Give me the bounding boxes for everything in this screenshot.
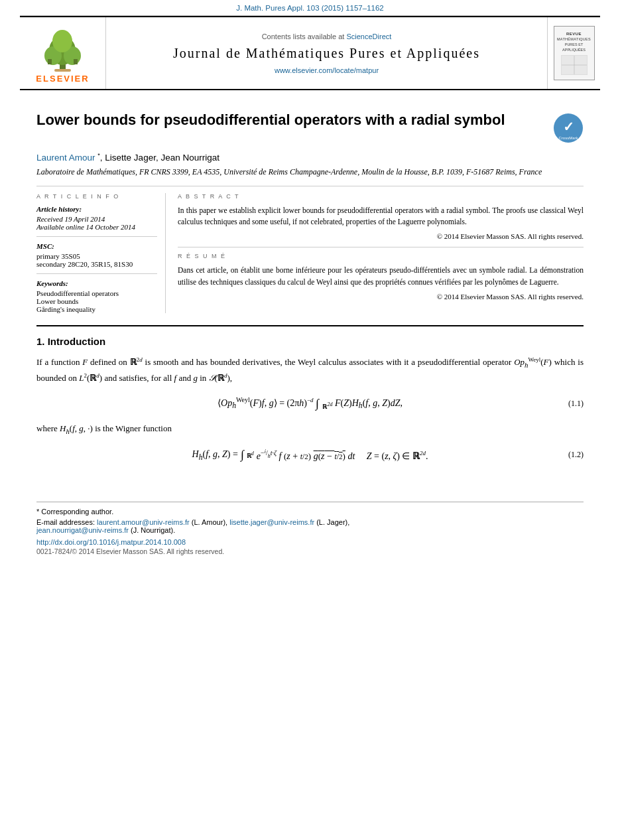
journal-url[interactable]: www.elsevier.com/locate/matpur bbox=[275, 66, 379, 74]
article-info-col: A R T I C L E I N F O Article history: R… bbox=[36, 193, 166, 313]
authors-line: Laurent Amour *, Lisette Jager, Jean Nou… bbox=[36, 151, 584, 163]
abstract-col: A B S T R A C T In this paper we establi… bbox=[178, 193, 584, 313]
issn-line: 0021-7824/© 2014 Elsevier Masson SAS. Al… bbox=[36, 547, 584, 555]
Rspace: ℝ bbox=[130, 357, 137, 367]
section-divider bbox=[36, 325, 584, 326]
article-title-block: Lower bounds for pseudodifferential oper… bbox=[36, 110, 584, 143]
article-info-label: A R T I C L E I N F O bbox=[36, 193, 157, 200]
svg-rect-5 bbox=[48, 59, 52, 64]
right-logo-box: REVUE MATHÉMATIQUES PURES ET APPLIQUÉES bbox=[554, 26, 595, 80]
author2-note: (L. Jager), bbox=[316, 518, 349, 526]
intro-paragraph-1: If a function F defined on ℝ2d is smooth… bbox=[36, 355, 584, 386]
author-names: Laurent Amour *, Lisette Jager, Jean Nou… bbox=[36, 153, 219, 163]
history-label: Article history: bbox=[36, 205, 157, 213]
elsevier-tree-icon bbox=[34, 23, 91, 72]
svg-rect-6 bbox=[74, 59, 78, 64]
op-notation: Op bbox=[514, 357, 525, 367]
abstract-label: A B S T R A C T bbox=[178, 193, 584, 200]
eq1-content: ⟨OphWeyl(F)f, g⟩ = (2πh)−d ∫ ℝ2d F(Z)Hh(… bbox=[217, 396, 403, 411]
email-line-2: jean.nourrigat@univ-reims.fr (J. Nourrig… bbox=[36, 526, 584, 534]
svg-point-4 bbox=[52, 30, 72, 52]
affiliation: Laboratoire de Mathématiques, FR CNRS 33… bbox=[36, 166, 584, 178]
contents-label: Contents lists available at ScienceDirec… bbox=[262, 33, 392, 40]
two-col-section: A R T I C L E I N F O Article history: R… bbox=[36, 186, 584, 313]
author1-link[interactable]: Laurent Amour bbox=[36, 153, 95, 163]
keyword-2: Lower bounds bbox=[36, 297, 157, 305]
sciencedirect-link[interactable]: ScienceDirect bbox=[346, 33, 391, 40]
email-label: E-mail addresses: bbox=[36, 518, 95, 526]
crossmark-logo[interactable]: ✓ CrossMark bbox=[553, 113, 584, 143]
doi-line[interactable]: http://dx.doi.org/10.1016/j.matpur.2014.… bbox=[36, 538, 584, 546]
equation-1-2: Hh(f, g, Z) = ∫ ℝd e−i/ht·ζ f (z + t/2) … bbox=[36, 448, 584, 462]
journal-name: Journal de Mathématiques Pures et Appliq… bbox=[173, 46, 480, 61]
paper-content: Lower bounds for pseudodifferential oper… bbox=[0, 90, 620, 562]
equation-1-1: ⟨OphWeyl(F)f, g⟩ = (2πh)−d ∫ ℝ2d F(Z)Hh(… bbox=[36, 396, 584, 411]
email2-link[interactable]: lisette.jager@univ-reims.fr bbox=[229, 518, 314, 526]
abstract-copyright: © 2014 Elsevier Masson SAS. All rights r… bbox=[178, 232, 584, 240]
eq2-content: Hh(f, g, Z) = ∫ ℝd e−i/ht·ζ f (z + t/2) … bbox=[192, 448, 428, 462]
wigner-text: where Hh(f, g, ·) is the Wigner function bbox=[36, 421, 584, 437]
elsevier-wordmark: ELSEVIER bbox=[36, 74, 89, 84]
author3-note: (J. Nourrigat). bbox=[131, 526, 175, 534]
abstract-text: In this paper we establish explicit lowe… bbox=[178, 205, 584, 229]
keywords-label: Keywords: bbox=[36, 279, 157, 287]
keyword-3: Gårding's inequality bbox=[36, 305, 157, 313]
article-history-block: Article history: Received 19 April 2014 … bbox=[36, 205, 157, 237]
footnote-section: * Corresponding author. E-mail addresses… bbox=[36, 502, 584, 555]
main-header: ELSEVIER Contents lists available at Sci… bbox=[20, 16, 600, 90]
resume-label: R É S U M É bbox=[178, 247, 584, 259]
corresponding-note: * Corresponding author. bbox=[36, 508, 584, 516]
keywords-block: Keywords: Pseudodifferential operators L… bbox=[36, 279, 157, 313]
msc-primary: primary 35S05 bbox=[36, 252, 157, 260]
received-date: Received 19 April 2014 bbox=[36, 215, 157, 223]
eq-number-1-1: (1.1) bbox=[568, 399, 584, 409]
elsevier-logo-block: ELSEVIER bbox=[20, 17, 106, 89]
right-logo-block: REVUE MATHÉMATIQUES PURES ET APPLIQUÉES bbox=[547, 17, 600, 89]
journal-bar: J. Math. Pures Appl. 103 (2015) 1157–116… bbox=[20, 0, 600, 16]
email1-link[interactable]: laurent.amour@univ-reims.fr bbox=[97, 518, 190, 526]
email3-link[interactable]: jean.nourrigat@univ-reims.fr bbox=[36, 526, 129, 534]
available-date: Available online 14 October 2014 bbox=[36, 223, 157, 231]
msc-label: MSC: bbox=[36, 242, 157, 250]
msc-block: MSC: primary 35S05 secondary 28C20, 35R1… bbox=[36, 242, 157, 274]
svg-rect-7 bbox=[54, 69, 71, 72]
article-title: Lower bounds for pseudodifferential oper… bbox=[36, 110, 541, 130]
intro-heading: 1. Introduction bbox=[36, 336, 584, 347]
msc-secondary: secondary 28C20, 35R15, 81S30 bbox=[36, 260, 157, 268]
resume-copyright: © 2014 Elsevier Masson SAS. All rights r… bbox=[178, 293, 584, 301]
keyword-1: Pseudodifferential operators bbox=[36, 289, 157, 297]
svg-text:CrossMark: CrossMark bbox=[558, 136, 578, 140]
journal-bar-text: J. Math. Pures Appl. 103 (2015) 1157–116… bbox=[236, 4, 384, 12]
svg-text:✓: ✓ bbox=[563, 119, 574, 134]
var-F: F bbox=[82, 357, 88, 367]
author1-note: (L. Amour), bbox=[192, 518, 227, 526]
eq-number-1-2: (1.2) bbox=[568, 450, 584, 460]
journal-title-block: Contents lists available at ScienceDirec… bbox=[106, 17, 547, 89]
resume-text: Dans cet article, on établit une borne i… bbox=[178, 265, 584, 289]
email-line: E-mail addresses: laurent.amour@univ-rei… bbox=[36, 518, 584, 526]
intro-section: 1. Introduction If a function F defined … bbox=[36, 336, 584, 462]
